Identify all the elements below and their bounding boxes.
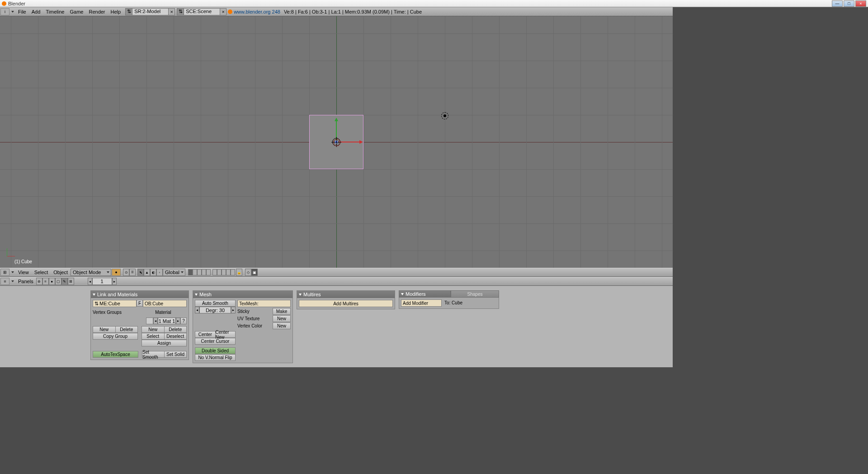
mat-deselect-button[interactable]: Deselect bbox=[165, 333, 187, 340]
context-logic-icon[interactable]: ⊚ bbox=[36, 278, 42, 285]
double-sided-button[interactable]: Double Sided bbox=[195, 347, 236, 354]
pivot-median-icon[interactable]: ⠿ bbox=[129, 269, 136, 276]
frame-field[interactable]: 1 bbox=[92, 278, 112, 285]
link-materials-panel: Link and Materials ⇅ME:Cube F OB:Cube Ve… bbox=[90, 290, 189, 360]
set-smooth-button[interactable]: Set Smooth bbox=[142, 351, 165, 358]
context-shading-icon[interactable]: ● bbox=[49, 278, 55, 285]
scene-delete-button[interactable]: × bbox=[220, 8, 226, 15]
buttons-type-icon[interactable]: ≡ bbox=[0, 278, 9, 285]
scene-browse-icon[interactable]: ⇅ bbox=[177, 8, 184, 15]
screen-delete-button[interactable]: × bbox=[169, 8, 175, 15]
add-multires-button[interactable]: Add Multires bbox=[299, 300, 393, 307]
blender-link[interactable]: www.blender.org 248 bbox=[234, 9, 280, 14]
sticky-label: Sticky bbox=[237, 308, 250, 315]
panels-menu[interactable]: Panels bbox=[15, 279, 36, 284]
gizmo-x-axis[interactable] bbox=[339, 142, 361, 142]
uvtex-label: UV Texture bbox=[237, 315, 259, 322]
menu-add[interactable]: Add bbox=[29, 9, 43, 14]
menu-help[interactable]: Help bbox=[108, 9, 124, 14]
vcolor-label: Vertex Color bbox=[237, 322, 262, 329]
mat-index-field[interactable]: 1 Mat 1 bbox=[158, 318, 176, 324]
sticky-make-button[interactable]: Make bbox=[273, 308, 291, 315]
render-preview-icon[interactable]: ◇ bbox=[245, 269, 251, 276]
ob-name-field[interactable]: OB:Cube bbox=[143, 300, 187, 307]
copy-group-button[interactable]: Copy Group bbox=[93, 333, 138, 340]
pivot-icon[interactable]: ⊙ bbox=[123, 269, 129, 276]
blender-icon bbox=[2, 1, 6, 6]
window-minimize-button[interactable]: — bbox=[832, 0, 843, 7]
orientation-dropdown[interactable]: Global bbox=[163, 269, 185, 276]
mat-next-button[interactable]: ▸ bbox=[176, 318, 180, 324]
modifiers-tab[interactable]: Modifiers bbox=[399, 290, 451, 298]
manipulator-toggle[interactable]: ⬉ bbox=[137, 269, 144, 276]
texmesh-field[interactable]: TexMesh: bbox=[237, 300, 291, 307]
lamp-object[interactable] bbox=[440, 111, 449, 120]
window-maximize-button[interactable]: □ bbox=[844, 0, 854, 7]
shapes-tab[interactable]: Shapes bbox=[451, 290, 499, 298]
mode-dropdown[interactable]: Object Mode bbox=[71, 269, 111, 276]
lock-icon[interactable]: 🔒 bbox=[236, 269, 242, 276]
set-solid-button[interactable]: Set Solid bbox=[165, 351, 187, 358]
scene-name-field[interactable]: SCE:Scene bbox=[184, 8, 220, 15]
mat-delete-button[interactable]: Delete bbox=[165, 326, 187, 333]
add-modifier-button[interactable]: Add Modifier bbox=[401, 299, 442, 307]
mat-assign-button[interactable]: Assign bbox=[142, 340, 187, 346]
screen-name-field[interactable]: SR:2-Model bbox=[132, 8, 169, 15]
chevron-down-icon[interactable] bbox=[11, 11, 14, 13]
scale-manipulator-icon[interactable]: ▫ bbox=[156, 269, 163, 276]
3d-cursor bbox=[331, 137, 341, 147]
menu-render[interactable]: Render bbox=[86, 9, 108, 14]
window-type-icon[interactable]: i bbox=[0, 8, 9, 15]
viewport-object-label: (1) Cube bbox=[14, 259, 32, 264]
context-object-icon[interactable]: ▢ bbox=[55, 278, 61, 285]
degr-next[interactable]: ▸ bbox=[231, 307, 236, 313]
chevron-down-icon[interactable] bbox=[11, 280, 14, 282]
shading-icon[interactable]: ● bbox=[112, 269, 121, 276]
vg-delete-button[interactable]: Delete bbox=[116, 326, 138, 333]
menu-file[interactable]: File bbox=[15, 9, 29, 14]
panel-header[interactable]: Link and Materials bbox=[91, 291, 189, 298]
menu-game[interactable]: Game bbox=[67, 9, 86, 14]
translate-manipulator-icon[interactable]: ▲ bbox=[144, 269, 150, 276]
no-vnormal-button[interactable]: No V.Normal Flip bbox=[195, 354, 236, 361]
panel-header[interactable]: Multires bbox=[297, 291, 395, 298]
mat-select-button[interactable]: Select bbox=[142, 333, 165, 340]
autotexspace-button[interactable]: AutoTexSpace bbox=[93, 351, 138, 358]
center-button[interactable]: Center bbox=[195, 331, 216, 338]
layer-buttons-right[interactable] bbox=[212, 269, 235, 275]
layer-buttons-left[interactable] bbox=[188, 269, 211, 275]
mat-prev-button[interactable]: ◂ bbox=[153, 318, 158, 324]
mini-axis-indicator bbox=[5, 245, 18, 259]
object-menu[interactable]: Object bbox=[51, 270, 71, 275]
scene-stats: Ve:8 | Fa:6 | Ob:3-1 | La:1 | Mem:0.93M … bbox=[284, 9, 422, 14]
frame-next-button[interactable]: ▸ bbox=[112, 278, 117, 285]
center-new-button[interactable]: Center New bbox=[216, 331, 236, 338]
select-menu[interactable]: Select bbox=[32, 270, 51, 275]
screen-browse-icon[interactable]: ⇅ bbox=[125, 8, 132, 15]
window-close-button[interactable]: × bbox=[855, 0, 866, 7]
context-script-icon[interactable]: ≡ bbox=[42, 278, 49, 285]
panel-header[interactable]: Mesh bbox=[193, 291, 292, 298]
frame-prev-button[interactable]: ◂ bbox=[88, 278, 92, 285]
auto-smooth-button[interactable]: Auto Smooth bbox=[195, 300, 236, 307]
me-name-field[interactable]: ⇅ME:Cube bbox=[93, 300, 137, 307]
vcolor-new-button[interactable]: New bbox=[273, 322, 291, 329]
render-border-icon[interactable]: ▣ bbox=[251, 269, 258, 276]
viewtype-icon[interactable]: ⊞ bbox=[0, 269, 9, 276]
uvtex-new-button[interactable]: New bbox=[273, 315, 291, 322]
window-titlebar: Blender — □ × bbox=[0, 0, 868, 7]
fake-user-button[interactable]: F bbox=[137, 300, 143, 307]
vg-new-button[interactable]: New bbox=[93, 326, 116, 333]
rotate-manipulator-icon[interactable]: ◐ bbox=[150, 269, 156, 276]
mat-new-button[interactable]: New bbox=[142, 326, 165, 333]
mat-help-button[interactable]: ? bbox=[180, 318, 187, 324]
context-editing-icon[interactable]: ✎ bbox=[61, 278, 68, 285]
degr-prev[interactable]: ◂ bbox=[195, 307, 199, 313]
menu-timeline[interactable]: Timeline bbox=[43, 9, 67, 14]
chevron-down-icon[interactable] bbox=[11, 271, 14, 273]
context-scene-icon[interactable]: ⊞ bbox=[68, 278, 74, 285]
view-menu[interactable]: View bbox=[15, 270, 32, 275]
modifier-to-label: To: Cube bbox=[444, 299, 462, 307]
multires-panel: Multires Add Multires bbox=[297, 290, 395, 309]
degr-field[interactable]: Degr: 30 bbox=[199, 307, 231, 313]
